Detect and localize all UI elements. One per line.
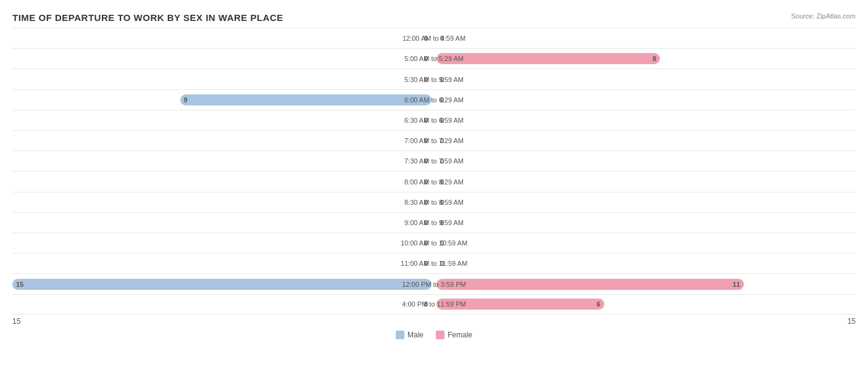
- male-value-zero: 0: [424, 260, 432, 267]
- table-row: 0 12:00 AM to 4:59 AM 0: [12, 28, 856, 48]
- male-value-zero: 0: [424, 117, 432, 124]
- female-value-zero: 0: [436, 96, 444, 104]
- male-value-zero: 0: [424, 137, 432, 144]
- male-value: 9: [184, 96, 188, 104]
- axis-left: 15: [12, 317, 20, 326]
- left-section: 0: [12, 171, 434, 191]
- row-inner: 9 6:00 AM to 6:29 AM 0: [12, 90, 856, 110]
- right-section: 11: [434, 274, 856, 294]
- source-text: Source: ZipAtlas.com: [791, 12, 856, 20]
- left-section: 0: [12, 49, 434, 68]
- table-row: 0 8:00 AM to 8:29 AM 0: [12, 171, 856, 191]
- left-section: 0: [12, 254, 434, 273]
- row-inner: 0 7:30 AM to 7:59 AM 0: [12, 151, 856, 171]
- table-row: 0 4:00 PM to 11:59 PM 6: [12, 294, 856, 315]
- left-section: 0: [12, 69, 434, 89]
- bar-female: 6: [436, 299, 604, 310]
- right-section: 0: [434, 90, 856, 110]
- table-row: 0 7:00 AM to 7:29 AM 0: [12, 130, 856, 151]
- table-row: 0 5:30 AM to 5:59 AM 0: [12, 68, 856, 89]
- right-section: 6: [434, 295, 856, 314]
- left-section: 15: [12, 274, 434, 294]
- left-section: 0: [12, 213, 434, 233]
- female-value-zero: 0: [436, 239, 444, 247]
- female-value: 11: [733, 281, 740, 288]
- male-value-zero: 0: [424, 178, 432, 186]
- right-section: 0: [434, 28, 856, 48]
- bar-male: 9: [180, 94, 432, 105]
- legend-female: Female: [436, 331, 472, 339]
- male-value-zero: 0: [424, 76, 432, 83]
- legend-female-icon: [436, 331, 444, 339]
- legend-male-label: Male: [407, 331, 424, 339]
- legend-male: Male: [396, 331, 424, 339]
- male-value: 15: [16, 281, 23, 288]
- bar-male: 15: [12, 279, 432, 290]
- table-row: 0 7:30 AM to 7:59 AM 0: [12, 151, 856, 171]
- legend: Male Female: [12, 331, 856, 339]
- right-section: 0: [434, 151, 856, 171]
- table-row: 0 8:30 AM to 8:59 AM 0: [12, 192, 856, 212]
- table-row: 15 12:00 PM to 3:59 PM 11: [12, 273, 856, 294]
- male-value-zero: 0: [424, 199, 432, 206]
- male-value-zero: 0: [424, 55, 432, 62]
- male-value-zero: 0: [424, 157, 432, 165]
- legend-female-label: Female: [448, 331, 472, 339]
- female-value-zero: 0: [436, 260, 444, 267]
- female-value-zero: 0: [436, 157, 444, 165]
- row-inner: 0 8:30 AM to 8:59 AM 0: [12, 192, 856, 212]
- left-section: 0: [12, 151, 434, 171]
- bar-female: 8: [436, 53, 660, 64]
- table-row: 9 6:00 AM to 6:29 AM 0: [12, 89, 856, 110]
- right-section: 0: [434, 213, 856, 233]
- right-section: 0: [434, 131, 856, 151]
- table-row: 0 9:00 AM to 9:59 AM 0: [12, 212, 856, 233]
- table-row: 0 6:30 AM to 6:59 AM 0: [12, 110, 856, 130]
- right-section: 0: [434, 171, 856, 191]
- table-row: 0 5:00 AM to 5:29 AM 8: [12, 48, 856, 68]
- chart-container: TIME OF DEPARTURE TO WORK BY SEX IN WARE…: [0, 0, 868, 367]
- left-section: 0: [12, 295, 434, 314]
- left-section: 0: [12, 110, 434, 130]
- chart-area: 0 12:00 AM to 4:59 AM 0 0 5:00 AM to 5:2…: [12, 28, 856, 315]
- left-section: 0: [12, 192, 434, 212]
- row-inner: 0 11:00 AM to 11:59 AM 0: [12, 254, 856, 273]
- female-value-zero: 0: [436, 117, 444, 124]
- male-value-zero: 0: [424, 35, 432, 42]
- row-inner: 0 7:00 AM to 7:29 AM 0: [12, 131, 856, 151]
- row-inner: 0 12:00 AM to 4:59 AM 0: [12, 28, 856, 48]
- female-value-zero: 0: [436, 178, 444, 186]
- female-value-zero: 0: [436, 35, 444, 42]
- male-value-zero: 0: [424, 300, 432, 308]
- left-section: 9: [12, 90, 434, 110]
- row-inner: 0 8:00 AM to 8:29 AM 0: [12, 171, 856, 191]
- male-value-zero: 0: [424, 239, 432, 247]
- row-inner: 0 10:00 AM to 10:59 AM 0: [12, 233, 856, 253]
- female-value-zero: 0: [436, 137, 444, 144]
- male-value-zero: 0: [424, 219, 432, 226]
- left-section: 0: [12, 131, 434, 151]
- female-value-zero: 0: [436, 76, 444, 83]
- axis-labels: 15 15: [12, 317, 856, 326]
- row-inner: 0 4:00 PM to 11:59 PM 6: [12, 295, 856, 314]
- left-section: 0: [12, 28, 434, 48]
- right-section: 0: [434, 233, 856, 253]
- row-inner: 0 5:00 AM to 5:29 AM 8: [12, 49, 856, 68]
- right-section: 0: [434, 192, 856, 212]
- row-inner: 0 6:30 AM to 6:59 AM 0: [12, 110, 856, 130]
- legend-male-icon: [396, 331, 404, 339]
- row-inner: 15 12:00 PM to 3:59 PM 11: [12, 274, 856, 294]
- row-inner: 0 5:30 AM to 5:59 AM 0: [12, 69, 856, 89]
- female-value: 8: [653, 55, 656, 62]
- right-section: 0: [434, 69, 856, 89]
- chart-title: TIME OF DEPARTURE TO WORK BY SEX IN WARE…: [12, 12, 856, 23]
- table-row: 0 11:00 AM to 11:59 AM 0: [12, 253, 856, 273]
- female-value-zero: 0: [436, 219, 444, 226]
- female-value-zero: 0: [436, 199, 444, 206]
- row-inner: 0 9:00 AM to 9:59 AM 0: [12, 213, 856, 233]
- right-section: 0: [434, 110, 856, 130]
- right-section: 8: [434, 49, 856, 68]
- axis-right: 15: [848, 317, 856, 326]
- bar-female: 11: [436, 279, 744, 290]
- right-section: 0: [434, 254, 856, 273]
